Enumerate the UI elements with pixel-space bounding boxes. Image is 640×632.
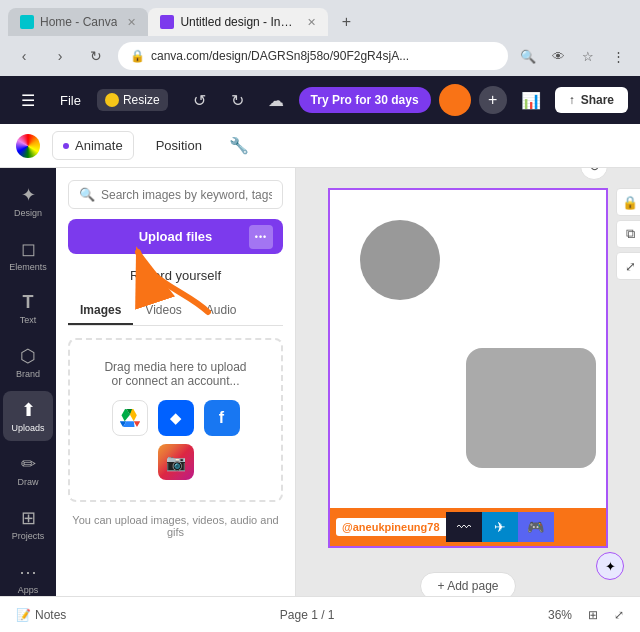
sidebar-label-draw: Draw — [17, 477, 38, 487]
google-drive-svg — [120, 408, 140, 428]
sidebar-item-draw[interactable]: ✏ Draw — [3, 445, 53, 495]
notes-button[interactable]: 📝 Notes — [16, 608, 66, 622]
file-menu[interactable]: File — [52, 89, 89, 112]
new-tab-button[interactable]: + — [332, 8, 360, 36]
magic-button[interactable]: ✦ — [596, 552, 624, 580]
back-button[interactable]: ‹ — [10, 42, 38, 70]
sidebar-icons: ✦ Design ◻ Elements T Text ⬡ Brand ⬆ Upl… — [0, 168, 56, 596]
notes-label: Notes — [35, 608, 66, 622]
instagram-icon[interactable]: 📷 — [158, 444, 194, 480]
lock-button[interactable]: 🔒 — [616, 188, 640, 216]
cloud-service-icons: ◆ f — [86, 400, 265, 436]
search-input[interactable] — [101, 188, 272, 202]
animate-button[interactable]: Animate — [52, 131, 134, 160]
sidebar-label-brand: Brand — [16, 369, 40, 379]
videos-tab-label: Videos — [145, 303, 181, 317]
search-icon: 🔍 — [79, 187, 95, 202]
brand-icon: ⬡ — [20, 345, 36, 367]
menu-button[interactable]: ☰ — [12, 84, 44, 116]
tab-videos[interactable]: Videos — [133, 297, 193, 325]
sidebar-item-design[interactable]: ✦ Design — [3, 176, 53, 226]
position-label: Position — [156, 138, 202, 153]
tab-images[interactable]: Images — [68, 297, 133, 325]
more-icon[interactable]: ⋮ — [606, 44, 630, 68]
top-toolbar: ☰ File Resize ↺ ↻ ☁ Try Pro for 30 days … — [0, 76, 640, 124]
add-page-button[interactable]: + Add page — [420, 572, 515, 596]
tab-label-design: Untitled design - Instagram... — [180, 15, 297, 29]
drop-zone[interactable]: Drag media here to upload or connect an … — [68, 338, 283, 502]
search-icon[interactable]: 🔍 — [516, 44, 540, 68]
canvas-wrapper: 🔒 ⧉ ⤢ ↻ @aneukpineung78 〰 ✈ — [328, 188, 608, 596]
undo-button[interactable]: ↺ — [185, 85, 215, 115]
zoom-level[interactable]: 36% — [548, 608, 572, 622]
grid-view-button[interactable]: ⊞ — [588, 608, 598, 622]
app: ☰ File Resize ↺ ↻ ☁ Try Pro for 30 days … — [0, 76, 640, 632]
reader-icon[interactable]: 👁 — [546, 44, 570, 68]
elements-icon: ◻ — [21, 238, 36, 260]
address-icons: 🔍 👁 ☆ ⋮ — [516, 44, 630, 68]
tab-design[interactable]: Untitled design - Instagram... ✕ — [148, 8, 328, 36]
browser-chrome: Home - Canva ✕ Untitled design - Instagr… — [0, 0, 640, 76]
sidebar-item-projects[interactable]: ⊞ Projects — [3, 499, 53, 549]
tab-audio[interactable]: Audio — [194, 297, 249, 325]
search-box[interactable]: 🔍 — [68, 180, 283, 209]
facebook-icon[interactable]: f — [204, 400, 240, 436]
address-input[interactable]: 🔒 canva.com/design/DAGRSn8j58o/90F2gR4sj… — [118, 42, 508, 70]
resize-button[interactable]: Resize — [97, 89, 168, 111]
avatar-circle — [360, 220, 440, 300]
sidebar-item-elements[interactable]: ◻ Elements — [3, 230, 53, 280]
animate-label: Animate — [75, 138, 123, 153]
sidebar-label-apps: Apps — [18, 585, 39, 595]
apps-icon: ⋯ — [19, 561, 37, 583]
notes-icon: 📝 — [16, 608, 31, 622]
resize-icon — [105, 93, 119, 107]
add-page-area: + Add page — [328, 560, 608, 596]
redo-button[interactable]: ↻ — [223, 85, 253, 115]
duplicate-button[interactable]: ⧉ — [616, 220, 640, 248]
sidebar-label-uploads: Uploads — [11, 423, 44, 433]
record-label: Record yourself — [130, 268, 221, 283]
projects-icon: ⊞ — [21, 507, 36, 529]
address-bar: ‹ › ↻ 🔒 canva.com/design/DAGRSn8j58o/90F… — [0, 36, 640, 76]
cloud-save-button[interactable]: ☁ — [261, 85, 291, 115]
sidebar-item-apps[interactable]: ⋯ Apps — [3, 553, 53, 596]
tab-close-home[interactable]: ✕ — [127, 16, 136, 29]
tab-favicon-design — [160, 15, 174, 29]
color-wheel[interactable] — [16, 134, 40, 158]
status-bar: 📝 Notes Page 1 / 1 36% ⊞ ⤢ — [0, 596, 640, 632]
forward-button[interactable]: › — [46, 42, 74, 70]
tab-close-design[interactable]: ✕ — [307, 16, 316, 29]
upload-files-button[interactable]: Upload files ••• — [68, 219, 283, 254]
google-drive-icon[interactable] — [112, 400, 148, 436]
position-button[interactable]: Position — [146, 132, 212, 159]
dropbox-icon[interactable]: ◆ — [158, 400, 194, 436]
user-avatar[interactable] — [439, 84, 471, 116]
page-indicator: Page 1 / 1 — [280, 608, 335, 622]
refresh-button[interactable]: ↻ — [580, 168, 608, 180]
tab-label-home: Home - Canva — [40, 15, 117, 29]
media-tabs: Images Videos Audio — [68, 297, 283, 326]
sidebar-item-uploads[interactable]: ⬆ Uploads — [3, 391, 53, 441]
upload-files-label: Upload files — [139, 229, 213, 244]
instagram-row: 📷 — [86, 444, 265, 480]
add-team-button[interactable]: + — [479, 86, 507, 114]
bookmark-icon[interactable]: ☆ — [576, 44, 600, 68]
share-button[interactable]: ↑ Share — [555, 87, 628, 113]
tab-home[interactable]: Home - Canva ✕ — [8, 8, 148, 36]
expand-button[interactable]: ⤢ — [616, 252, 640, 280]
fullscreen-button[interactable]: ⤢ — [614, 608, 624, 622]
sidebar-item-text[interactable]: T Text — [3, 284, 53, 333]
share-icon: ↑ — [569, 93, 575, 107]
record-yourself-button[interactable]: Record yourself — [68, 262, 283, 289]
drop-zone-text: Drag media here to upload or connect an … — [86, 360, 265, 388]
canvas-frame[interactable]: @aneukpineung78 〰 ✈ 🎮 — [328, 188, 608, 548]
upload-more-options-button[interactable]: ••• — [249, 225, 273, 249]
upload-info-text: You can upload images, videos, audio and… — [68, 514, 283, 538]
tools-button[interactable]: 🔧 — [224, 131, 254, 161]
reload-button[interactable]: ↻ — [82, 42, 110, 70]
sidebar-item-brand[interactable]: ⬡ Brand — [3, 337, 53, 387]
uploads-icon: ⬆ — [21, 399, 36, 421]
analytics-button[interactable]: 📊 — [515, 84, 547, 116]
facebook-symbol: f — [219, 409, 224, 427]
try-pro-button[interactable]: Try Pro for 30 days — [299, 87, 431, 113]
